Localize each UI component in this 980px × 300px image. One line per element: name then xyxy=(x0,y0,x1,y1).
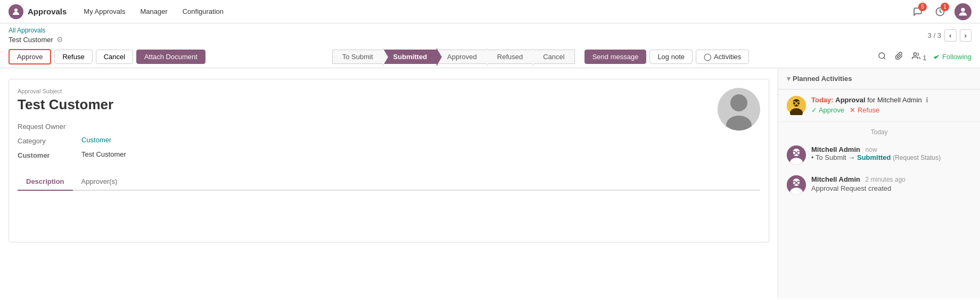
sidebar: ▾ Planned Activities xyxy=(778,68,980,299)
svg-point-5 xyxy=(914,53,917,55)
svg-point-7 xyxy=(730,94,747,111)
activity-content: Today: Approval for Mitchell Admin ℹ ✓ A… xyxy=(811,96,971,114)
app-icon xyxy=(9,4,23,19)
subject-label: Approval Subject xyxy=(18,88,760,94)
activity-user-row: Today: Approval for Mitchell Admin ℹ ✓ A… xyxy=(787,96,971,115)
chatter-time-1: now xyxy=(866,146,877,153)
status-to-submit[interactable]: To Submit xyxy=(332,50,383,64)
following-button[interactable]: My Approvals Following xyxy=(933,53,971,61)
customer-label: Customer xyxy=(18,150,81,159)
messages-badge: 5 xyxy=(918,3,927,11)
activity-actions: ✓ Approve ✕ Refuse xyxy=(811,106,971,114)
breadcrumb-current: Test Customer ⚙ xyxy=(9,35,63,44)
topbar: Approvals My Approvals Manager Configura… xyxy=(0,0,980,23)
activity-refuse-action[interactable]: ✕ Refuse xyxy=(850,106,879,114)
status-cancel[interactable]: Cancel xyxy=(533,50,574,64)
today-divider: Today xyxy=(778,121,980,140)
approval-title: Test Customer xyxy=(18,96,760,113)
chatter-arrow-1: → xyxy=(848,153,857,161)
attachment-icon-btn[interactable] xyxy=(893,50,905,64)
status-refused[interactable]: Refused xyxy=(487,50,533,64)
chatter-message-2: Approval Request created xyxy=(811,184,971,192)
customer-row: Customer Test Customer xyxy=(18,150,760,159)
status-approved[interactable]: Approved xyxy=(437,50,487,64)
chatter-content-2: Mitchell Admin 2 minutes ago Approval Re… xyxy=(811,175,971,192)
app-logo[interactable]: Approvals xyxy=(9,4,67,19)
tab-description[interactable]: Description xyxy=(18,173,73,191)
activities-button[interactable]: ◯Activities xyxy=(696,50,749,64)
chatter-content-1: Mitchell Admin now • To Submit → Submitt… xyxy=(811,145,971,161)
app-name: Approvals xyxy=(28,7,67,16)
breadcrumb-all-approvals-line1[interactable]: All Approvals xyxy=(9,27,63,34)
activities-icon-btn[interactable]: 1 xyxy=(932,4,948,20)
followers-count: 1 xyxy=(923,54,926,62)
menu-manager[interactable]: Manager xyxy=(134,4,174,19)
status-submitted[interactable]: Submitted xyxy=(383,50,438,64)
category-row: Category Customer xyxy=(18,136,760,145)
status-bar: To Submit Submitted Approved Refused Can… xyxy=(332,50,575,64)
activity-type: Approval xyxy=(835,96,865,104)
chatter-header-1: Mitchell Admin now xyxy=(811,145,971,153)
settings-gear-icon[interactable]: ⚙ xyxy=(56,35,63,44)
chatter-name-1: Mitchell Admin xyxy=(811,145,860,153)
activities-badge: 1 xyxy=(941,3,949,11)
svg-point-18 xyxy=(793,149,800,156)
main-content: Approval Subject Test Customer Request O… xyxy=(0,68,980,299)
messages-icon-btn[interactable]: 5 xyxy=(910,4,926,20)
chatter-header-2: Mitchell Admin 2 minutes ago xyxy=(811,175,971,183)
followers-icon-btn[interactable]: 1 xyxy=(910,50,928,64)
breadcrumb-current-text: Test Customer xyxy=(9,36,53,44)
form-area: Approval Subject Test Customer Request O… xyxy=(0,68,778,299)
activity-user-avatar xyxy=(787,96,806,115)
activity-approve-action[interactable]: ✓ Approve xyxy=(811,106,844,114)
chatter-new-status-1: Submitted xyxy=(857,153,891,161)
approval-avatar xyxy=(718,88,760,131)
menu-configuration[interactable]: Configuration xyxy=(176,4,230,19)
svg-line-4 xyxy=(884,58,885,59)
topbar-right: 5 1 xyxy=(910,3,971,20)
refuse-button[interactable]: Refuse xyxy=(54,50,92,64)
category-value[interactable]: Customer xyxy=(81,136,111,144)
chatter-time-2: 2 minutes ago xyxy=(866,176,905,183)
customer-value: Test Customer xyxy=(81,150,126,158)
svg-point-26 xyxy=(793,179,800,186)
activity-card: Today: Approval for Mitchell Admin ℹ ✓ A… xyxy=(778,90,980,121)
chatter-bullet-1: • To Submit xyxy=(811,153,846,161)
form-tabs: Description Approver(s) xyxy=(18,173,760,191)
activity-for: for Mitchell Admin xyxy=(867,96,922,104)
svg-point-10 xyxy=(793,99,800,107)
today-label: Today: xyxy=(811,96,834,104)
chatter-entry-2: Mitchell Admin 2 minutes ago Approval Re… xyxy=(778,170,980,200)
svg-point-0 xyxy=(14,9,18,12)
action-bar: Approve Refuse Cancel Attach Document To… xyxy=(0,46,980,68)
form-card: Approval Subject Test Customer Request O… xyxy=(9,79,769,242)
action-icons: 1 My Approvals Following xyxy=(876,50,971,64)
attach-document-button[interactable]: Attach Document xyxy=(136,50,205,64)
chatter-status-1: • To Submit → Submitted (Request Status) xyxy=(811,153,971,161)
pagination-prev-btn[interactable]: ‹ xyxy=(944,29,956,42)
breadcrumb-bar: All Approvals All Approvals Test Custome… xyxy=(0,23,980,46)
activity-today-text: Today: Approval for Mitchell Admin ℹ xyxy=(811,96,971,104)
log-note-button[interactable]: Log note xyxy=(649,50,693,64)
tab-approvers[interactable]: Approver(s) xyxy=(73,173,126,191)
user-avatar[interactable] xyxy=(954,3,971,20)
chatter-name-2: Mitchell Admin xyxy=(811,175,860,183)
cancel-button[interactable]: Cancel xyxy=(96,50,133,64)
pagination: 3 / 3 ‹ › xyxy=(928,29,971,42)
chatter-entry-1: Mitchell Admin now • To Submit → Submitt… xyxy=(778,140,980,170)
pagination-next-btn[interactable]: › xyxy=(960,29,971,42)
chatter-avatar-1 xyxy=(787,145,806,165)
menu-my-approvals[interactable]: My Approvals xyxy=(77,4,131,19)
svg-point-2 xyxy=(961,7,965,11)
chatter-avatar-2 xyxy=(787,175,806,194)
planned-activities-header: ▾ Planned Activities xyxy=(778,68,980,90)
pagination-text: 3 / 3 xyxy=(928,31,941,39)
search-icon-btn[interactable] xyxy=(876,50,888,64)
planned-activities-label: Planned Activities xyxy=(793,75,852,83)
tab-content-description xyxy=(18,191,760,233)
approve-button[interactable]: Approve xyxy=(9,49,51,64)
info-icon[interactable]: ℹ xyxy=(926,96,928,104)
send-message-button[interactable]: Send message xyxy=(584,50,647,64)
request-owner-label: Request Owner xyxy=(18,121,81,131)
topbar-menu: My Approvals Manager Configuration xyxy=(77,4,230,19)
